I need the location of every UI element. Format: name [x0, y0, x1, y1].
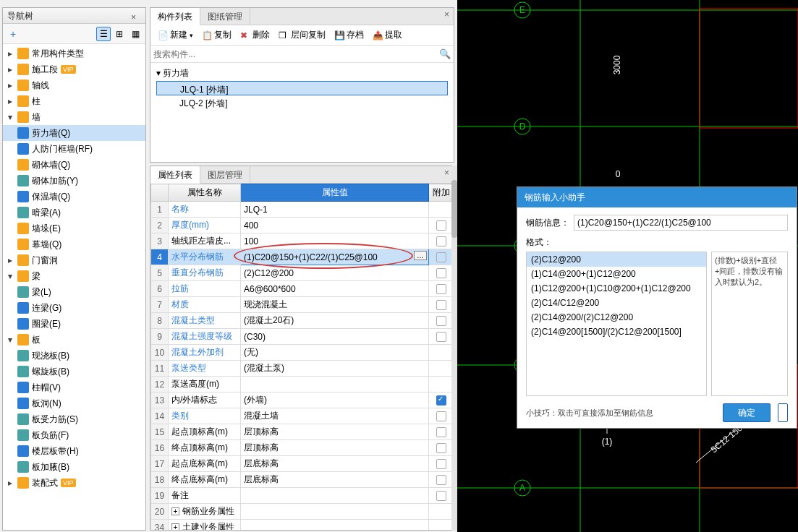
dialog-title[interactable]: 钢筋输入小助手	[517, 187, 797, 207]
secondary-button[interactable]	[778, 403, 788, 422]
property-row[interactable]: 2厚度(mm)400	[151, 218, 454, 233]
property-row[interactable]: 15起点顶标高(m)层顶标高	[151, 424, 454, 440]
prop-value[interactable]: 层底标高	[241, 456, 429, 472]
nav-item[interactable]: 连梁(G)	[3, 300, 145, 316]
prop-value[interactable]: (外墙)	[241, 392, 429, 408]
format-option[interactable]: (2)C14@200[1500]/(2)C12@200[1500]	[527, 325, 706, 339]
tab-component-list[interactable]: 构件列表	[150, 8, 200, 25]
nav-item[interactable]: 板受力筋(S)	[3, 411, 145, 427]
prop-value[interactable]: 层底标高	[241, 472, 429, 488]
copy-button[interactable]: 📋复制	[198, 27, 236, 44]
prop-attach[interactable]	[429, 377, 454, 392]
prop-attach[interactable]	[429, 392, 454, 408]
prop-value[interactable]: (C30)	[241, 329, 429, 345]
prop-value[interactable]	[241, 504, 429, 520]
property-row[interactable]: 18终点底标高(m)层底标高	[151, 472, 454, 488]
prop-value[interactable]: 400	[241, 218, 429, 233]
nav-item[interactable]: 幕墙(Q)	[3, 236, 145, 252]
nav-item[interactable]: 墙垛(E)	[3, 220, 145, 236]
prop-value[interactable]: (混凝土泵)	[241, 361, 429, 377]
component-item[interactable]: JLQ-2 [外墙]	[156, 95, 448, 110]
close-icon[interactable]: ×	[131, 9, 143, 21]
prop-attach[interactable]	[429, 313, 454, 329]
prop-attach[interactable]	[429, 424, 454, 440]
prop-value[interactable]: (混凝土20石)	[241, 313, 429, 329]
save-button[interactable]: 💾存档	[330, 27, 368, 44]
nav-item[interactable]: 保温墙(Q)	[3, 189, 145, 205]
expand-icon[interactable]: +	[171, 523, 179, 530]
property-row[interactable]: 4水平分布钢筋(1)C20@150+(1)C22/(1)C25@100…	[151, 249, 454, 265]
nav-item[interactable]: ▸柱	[3, 93, 145, 109]
nav-item[interactable]: 梁(L)	[3, 284, 145, 300]
component-group[interactable]: ▾ 剪力墙	[156, 67, 448, 80]
prop-attach[interactable]	[429, 456, 454, 472]
more-button[interactable]: …	[414, 251, 427, 260]
nav-item[interactable]: 砌体加筋(Y)	[3, 173, 145, 189]
prop-value[interactable]	[241, 520, 429, 531]
property-row[interactable]: 5垂直分布钢筋(2)C12@200	[151, 265, 454, 281]
property-row[interactable]: 14类别混凝土墙	[151, 408, 454, 424]
nav-item[interactable]: ▾墙	[3, 109, 145, 125]
prop-attach[interactable]	[429, 218, 454, 233]
prop-value[interactable]: 现浇混凝土	[241, 297, 429, 313]
prop-attach[interactable]	[429, 345, 454, 361]
property-row[interactable]: 13内/外墙标志(外墙)	[151, 392, 454, 408]
scrollbar[interactable]	[451, 166, 457, 531]
prop-value[interactable]: 混凝土墙	[241, 408, 429, 424]
ok-button[interactable]: 确定	[723, 403, 771, 422]
nav-item[interactable]: 剪力墙(Q)	[3, 125, 145, 141]
delete-button[interactable]: ✖删除	[236, 27, 274, 44]
format-option[interactable]: (2)C14@200/(2)C12@200	[527, 310, 706, 325]
view-list-icon[interactable]: ☰	[96, 27, 111, 41]
nav-item[interactable]: 楼层板带(H)	[3, 443, 145, 459]
property-row[interactable]: 7材质现浇混凝土	[151, 297, 454, 313]
nav-item[interactable]: 人防门框墙(RF)	[3, 141, 145, 157]
nav-item[interactable]: 圈梁(E)	[3, 316, 145, 332]
property-row[interactable]: 34+土建业务属性	[151, 520, 454, 531]
prop-value-edit[interactable]: (1)C20@150+(1)C22/(1)C25@100…	[241, 249, 429, 265]
property-row[interactable]: 11泵送类型(混凝土泵)	[151, 361, 454, 377]
layer-copy-button[interactable]: ❐层间复制	[274, 27, 330, 44]
tab-drawing-mgmt[interactable]: 图纸管理	[200, 8, 250, 25]
format-option[interactable]: (2)C12@200	[527, 252, 706, 267]
prop-attach[interactable]	[429, 488, 454, 504]
nav-item[interactable]: 暗梁(A)	[3, 205, 145, 220]
format-option[interactable]: (2)C14/C12@200	[527, 296, 706, 310]
rebar-info-input[interactable]	[574, 215, 788, 231]
nav-item[interactable]: 现浇板(B)	[3, 348, 145, 364]
nav-item[interactable]: 板加腋(B)	[3, 459, 145, 475]
view-tree-icon[interactable]: ⊞	[112, 27, 127, 41]
prop-value[interactable]: 100	[241, 233, 429, 249]
expand-icon[interactable]: +	[171, 507, 179, 515]
nav-item[interactable]: ▾板	[3, 332, 145, 348]
property-row[interactable]: 12泵送高度(m)	[151, 377, 454, 392]
prop-attach[interactable]	[429, 249, 454, 265]
property-row[interactable]: 9混凝土强度等级(C30)	[151, 329, 454, 345]
property-row[interactable]: 10混凝土外加剂(无)	[151, 345, 454, 361]
format-list[interactable]: (2)C12@200(1)C14@200+(1)C12@200(1)C12@20…	[526, 252, 707, 396]
prop-attach[interactable]	[429, 233, 454, 249]
format-option[interactable]: (1)C14@200+(1)C12@200	[527, 267, 706, 281]
component-item[interactable]: JLQ-1 [外墙]	[156, 81, 448, 95]
tab-properties[interactable]: 属性列表	[150, 166, 200, 184]
format-option[interactable]: (1)C12@200+(1)C10@200+(1)C12@200	[527, 281, 706, 296]
nav-item[interactable]: 柱帽(V)	[3, 379, 145, 395]
property-row[interactable]: 20+钢筋业务属性	[151, 504, 454, 520]
nav-item[interactable]: 砌体墙(Q)	[3, 157, 145, 173]
prop-value[interactable]	[241, 488, 429, 504]
nav-item[interactable]: ▸门窗洞	[3, 252, 145, 268]
prop-attach[interactable]	[429, 504, 454, 520]
nav-item[interactable]: ▸常用构件类型	[3, 46, 145, 61]
tab-layer-mgmt[interactable]: 图层管理	[200, 166, 250, 183]
prop-attach[interactable]	[429, 408, 454, 424]
property-row[interactable]: 8混凝土类型(混凝土20石)	[151, 313, 454, 329]
property-row[interactable]: 16终点顶标高(m)层顶标高	[151, 440, 454, 456]
nav-item[interactable]: ▸施工段VIP	[3, 61, 145, 77]
extract-button[interactable]: 📤提取	[368, 27, 407, 44]
scroll-thumb[interactable]	[451, 180, 457, 238]
prop-value[interactable]: A6@600*600	[241, 281, 429, 297]
property-row[interactable]: 17起点底标高(m)层底标高	[151, 456, 454, 472]
add-icon[interactable]: +	[6, 27, 20, 41]
prop-attach[interactable]	[429, 361, 454, 377]
prop-attach[interactable]	[429, 297, 454, 313]
